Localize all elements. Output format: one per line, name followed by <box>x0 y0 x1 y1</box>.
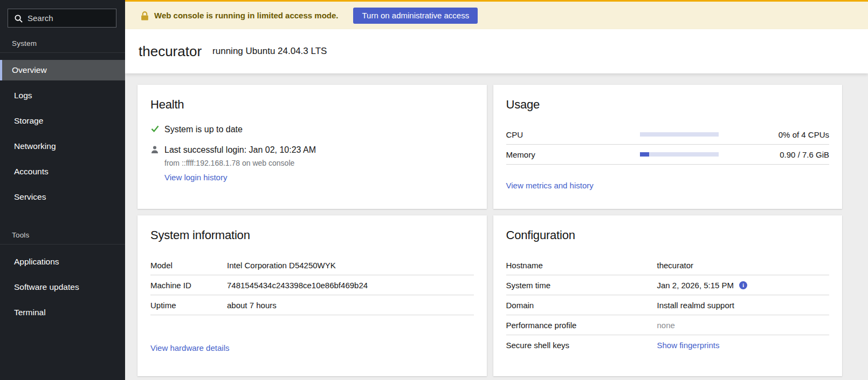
health-card: Health System is up to date Last success… <box>137 85 487 209</box>
cpu-usage-value: 0% of 4 CPUs <box>719 130 830 139</box>
os-description: running Ubuntu 24.04.3 LTS <box>212 46 327 57</box>
last-login-row: Last successful login: Jan 02, 10:23 AM <box>150 145 474 155</box>
secure-shell-keys-label: Secure shell keys <box>506 341 657 350</box>
sidebar-item-overview[interactable]: Overview <box>0 60 125 80</box>
sidebar-item-terminal[interactable]: Terminal <box>0 302 125 323</box>
uptime-value: about 7 hours <box>227 301 277 310</box>
hostname-label: Hostname <box>506 261 657 270</box>
system-information-title: System information <box>150 228 474 242</box>
sidebar-item-logs[interactable]: Logs <box>0 85 125 106</box>
configuration-card: Configuration Hostname thecurator System… <box>493 215 843 376</box>
banner-message: Web console is running in limited access… <box>154 11 338 20</box>
uptime-row: Uptime about 7 hours <box>150 295 474 315</box>
sidebar-item-software-updates[interactable]: Software updates <box>0 277 125 297</box>
domain-row: Domain Install realmd support <box>506 295 830 315</box>
sidebar-item-accounts[interactable]: Accounts <box>0 161 125 182</box>
machine-id-value: 7481545434c243398ce10e86bf469b24 <box>227 281 368 290</box>
system-time-label: System time <box>506 281 657 290</box>
domain-label: Domain <box>506 301 657 310</box>
uptime-label: Uptime <box>150 301 227 310</box>
system-time-row: System time Jan 2, 2026, 5:15 PM i <box>506 275 830 295</box>
nav-divider <box>0 52 125 53</box>
sidebar-item-services[interactable]: Services <box>0 187 125 207</box>
limited-access-banner: Web console is running in limited access… <box>125 0 868 29</box>
domain-value: Install realmd support <box>657 301 734 310</box>
info-icon[interactable]: i <box>739 281 747 289</box>
usage-card: Usage CPU 0% of 4 CPUs Memory 0.90 / 7.6… <box>493 85 843 209</box>
usage-card-title: Usage <box>506 98 830 112</box>
login-origin-text: from ::ffff:192.168.1.78 on web console <box>164 159 474 167</box>
hostname-value: thecurator <box>657 261 694 270</box>
hostname-row: Hostname thecurator <box>506 255 830 275</box>
check-icon <box>150 125 159 132</box>
secure-shell-keys-row: Secure shell keys Show fingerprints <box>506 335 830 355</box>
search-input[interactable]: Search <box>8 9 116 28</box>
model-row: Model Intel Corporation D54250WYK <box>150 255 474 275</box>
update-status-text: System is up to date <box>164 125 243 134</box>
user-icon <box>150 145 159 154</box>
system-time-value: Jan 2, 2026, 5:15 PM <box>657 281 734 290</box>
memory-progress-bar <box>640 152 719 157</box>
cpu-label: CPU <box>506 130 640 139</box>
nav-section-system: System <box>0 39 125 48</box>
cpu-usage-row: CPU 0% of 4 CPUs <box>506 125 830 145</box>
machine-id-row: Machine ID 7481545434c243398ce10e86bf469… <box>150 275 474 295</box>
performance-profile-value: none <box>657 321 675 330</box>
hostname-title: thecurator <box>139 43 202 60</box>
view-hardware-details-link[interactable]: View hardware details <box>150 343 229 352</box>
sidebar: Search System Overview Logs Storage Netw… <box>0 0 125 380</box>
nav-divider <box>0 244 125 245</box>
system-information-card: System information Model Intel Corporati… <box>137 215 487 376</box>
health-card-title: Health <box>150 98 474 112</box>
model-value: Intel Corporation D54250WYK <box>227 261 336 270</box>
memory-label: Memory <box>506 150 640 159</box>
nav-section-tools: Tools <box>0 231 125 239</box>
overview-page: Health System is up to date Last success… <box>125 73 868 380</box>
sidebar-item-storage[interactable]: Storage <box>0 111 125 131</box>
view-login-history-link[interactable]: View login history <box>164 173 227 182</box>
show-fingerprints-link[interactable]: Show fingerprints <box>657 341 720 350</box>
search-placeholder: Search <box>27 13 53 23</box>
page-header: thecurator running Ubuntu 24.04.3 LTS <box>125 29 868 73</box>
lock-icon <box>140 11 149 21</box>
model-label: Model <box>150 261 227 270</box>
performance-profile-row: Performance profile none <box>506 315 830 335</box>
search-icon <box>14 14 23 23</box>
admin-access-button[interactable]: Turn on administrative access <box>353 8 478 24</box>
memory-usage-row: Memory 0.90 / 7.6 GiB <box>506 145 830 165</box>
sidebar-item-networking[interactable]: Networking <box>0 136 125 157</box>
update-status-row: System is up to date <box>150 125 474 134</box>
last-login-text: Last successful login: Jan 02, 10:23 AM <box>164 145 316 155</box>
machine-id-label: Machine ID <box>150 281 227 290</box>
memory-usage-value: 0.90 / 7.6 GiB <box>719 150 830 159</box>
sidebar-item-applications[interactable]: Applications <box>0 252 125 272</box>
configuration-title: Configuration <box>506 228 830 242</box>
view-metrics-link[interactable]: View metrics and history <box>506 181 594 190</box>
cpu-progress-bar <box>640 132 719 137</box>
performance-profile-label: Performance profile <box>506 321 657 330</box>
